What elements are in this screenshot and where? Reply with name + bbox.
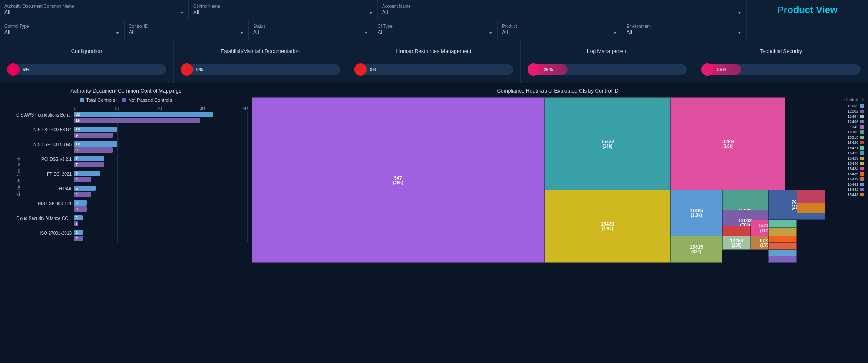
bar-row-label-2: NIST SP 800-53 R5 bbox=[4, 142, 72, 147]
filter-product-label: Product bbox=[502, 24, 617, 29]
product-view-title: Product View bbox=[746, 0, 868, 20]
bar-row-8: ISO 27001-201322 bbox=[74, 230, 248, 242]
treemap-cell-15435 bbox=[768, 236, 797, 243]
legend-label-15421: 15421 bbox=[848, 146, 858, 150]
total-bar-2: 10 bbox=[74, 141, 117, 147]
filter-control-type-value: All bbox=[4, 30, 10, 36]
bar-chart-title: Authority Document Common Control Mappin… bbox=[4, 88, 248, 94]
bar-row-0: CIS AWS Foundations Ben...3229 bbox=[74, 112, 248, 124]
progress-indicator-3 bbox=[528, 63, 540, 76]
filter-product[interactable]: Product All ▼ bbox=[498, 20, 622, 40]
legend-label-15439: 15439 bbox=[848, 177, 858, 181]
legend-entry-15315: 15315 bbox=[829, 135, 864, 140]
filter-control-id[interactable]: Control ID All ▼ bbox=[125, 20, 249, 40]
progress-label-0: 5% bbox=[23, 67, 30, 72]
cell-val-11665: (1.3k) bbox=[691, 213, 702, 218]
bar-row-1: NIST SP 800-53 R4109 bbox=[74, 127, 248, 139]
legend-color-15315 bbox=[860, 136, 864, 139]
treemap-cell-547: 547(25k) bbox=[252, 97, 545, 263]
legend-color-15443 bbox=[860, 193, 864, 196]
control-panel-title-2: Human Resources Management bbox=[396, 48, 472, 54]
legend-label-15442: 15442 bbox=[848, 187, 858, 192]
treemap-cell-15422: 15422(14k) bbox=[545, 97, 671, 190]
legend-entry-12496: 12496 bbox=[829, 120, 864, 124]
cell-val-547: (25k) bbox=[393, 180, 403, 185]
progress-label-2: 0% bbox=[370, 67, 377, 72]
total-bar-7: 2 bbox=[74, 215, 83, 220]
legend-entry-12002: 12002 bbox=[829, 109, 864, 113]
legend-entry-15305: 15305 bbox=[829, 130, 864, 134]
legend-entry-15441: 15441 bbox=[829, 182, 864, 186]
cell-id-11665: 11665 bbox=[690, 208, 703, 213]
filter-authority-doc-value: All bbox=[4, 10, 10, 16]
legend-label-15420: 15420 bbox=[848, 140, 858, 145]
legend-label-12002: 12002 bbox=[848, 109, 858, 113]
legend-label-15315: 15315 bbox=[848, 135, 858, 140]
filter-authority-doc[interactable]: Authority Document Common Name All ▼ bbox=[0, 0, 189, 20]
progress-indicator-1 bbox=[181, 63, 193, 76]
filter-environment[interactable]: Environment All ▼ bbox=[622, 20, 747, 40]
legend-color-15430 bbox=[860, 162, 864, 165]
filter-ci-type-value: All bbox=[378, 30, 383, 36]
bar-row-6: NIST SP 800-17133 bbox=[74, 200, 248, 213]
cell-id-12454: 12454 bbox=[730, 238, 743, 243]
chevron-down-icon: ▼ bbox=[240, 30, 244, 35]
progress-label-1: 0% bbox=[196, 67, 203, 72]
cell-id-12002: 12002 bbox=[739, 218, 752, 223]
legend-label-15305: 15305 bbox=[848, 130, 858, 134]
filter-status-label: Status bbox=[253, 24, 369, 29]
heatmap-legend-title: Control ID bbox=[829, 97, 864, 102]
cell-val-12454: (185) bbox=[732, 243, 742, 248]
control-panel-title-3: Log Management bbox=[587, 48, 627, 54]
filter-account-name-label: Account Name bbox=[382, 4, 742, 9]
legend-entry-15422: 15422 bbox=[829, 151, 864, 155]
filter-status[interactable]: Status All ▼ bbox=[249, 20, 373, 40]
legend-entry-15443: 15443 bbox=[829, 193, 864, 197]
control-panel-title-0: Configuration bbox=[71, 48, 102, 54]
legend-entry-15429: 15429 bbox=[829, 156, 864, 160]
total-bar-5: 5 bbox=[74, 186, 96, 191]
not-passed-bar-5: 4 bbox=[74, 192, 91, 197]
legend-color-15435 bbox=[860, 172, 864, 176]
filter-control-name[interactable]: Control Name All ▼ bbox=[189, 0, 378, 20]
treemap-cell-15429 bbox=[768, 228, 797, 236]
legend-color-15421 bbox=[860, 146, 864, 150]
heatmap-legend: Control ID 11665120021245412496134215305… bbox=[829, 97, 864, 198]
legend-label-15429: 15429 bbox=[848, 156, 858, 160]
total-bar-3: 7 bbox=[74, 156, 104, 161]
legend-label-12454: 12454 bbox=[848, 114, 858, 119]
filter-control-type[interactable]: Control Type All ▼ bbox=[0, 20, 125, 40]
chevron-down-icon: ▼ bbox=[116, 30, 120, 35]
bar-chart-legend: Total Controls Not Passed Controls bbox=[4, 97, 248, 103]
legend-label-11665: 11665 bbox=[848, 104, 858, 108]
progress-bar-1: 0% bbox=[181, 64, 340, 75]
legend-total: Total Controls bbox=[80, 97, 115, 103]
filter-environment-label: Environment bbox=[627, 24, 742, 29]
not-passed-bar-2: 9 bbox=[74, 147, 113, 153]
legend-label-15443: 15443 bbox=[848, 193, 858, 197]
bar-row-label-1: NIST SP 800-53 R4 bbox=[4, 127, 72, 132]
not-passed-bar-0: 29 bbox=[74, 118, 200, 123]
bar-row-4: FFIEC, 202164 bbox=[74, 171, 248, 183]
treemap-cell-95 bbox=[797, 190, 825, 203]
progress-label-3: 25% bbox=[543, 67, 553, 72]
legend-label-12496: 12496 bbox=[848, 120, 858, 124]
filter-account-name[interactable]: Account Name All ▼ bbox=[378, 0, 746, 20]
filter-ci-type[interactable]: CI Type All ▼ bbox=[373, 20, 498, 40]
cell-id-15430: 15430 bbox=[601, 221, 614, 226]
filter-status-value: All bbox=[253, 30, 259, 36]
legend-label-1342: 1342 bbox=[850, 125, 858, 129]
legend-not-passed-label: Not Passed Controls bbox=[128, 97, 172, 103]
control-panel-title-1: Establish/Maintain Documentation bbox=[221, 48, 299, 54]
treemap-cell-11665: 11665(1.3k) bbox=[670, 190, 722, 236]
x-axis-tick: 30 bbox=[200, 106, 205, 111]
total-bar-4: 6 bbox=[74, 171, 100, 176]
cell-id-547: 547 bbox=[394, 175, 402, 180]
legend-entry-15434: 15434 bbox=[829, 167, 864, 171]
cell-id-15315: 15315 bbox=[690, 244, 703, 250]
progress-indicator-4 bbox=[701, 63, 713, 76]
legend-entry-15435: 15435 bbox=[829, 172, 864, 176]
progress-bar-3: 25% bbox=[528, 64, 687, 75]
bar-row-5: HIPAA54 bbox=[74, 186, 248, 198]
filter-control-name-value: All bbox=[193, 10, 199, 16]
